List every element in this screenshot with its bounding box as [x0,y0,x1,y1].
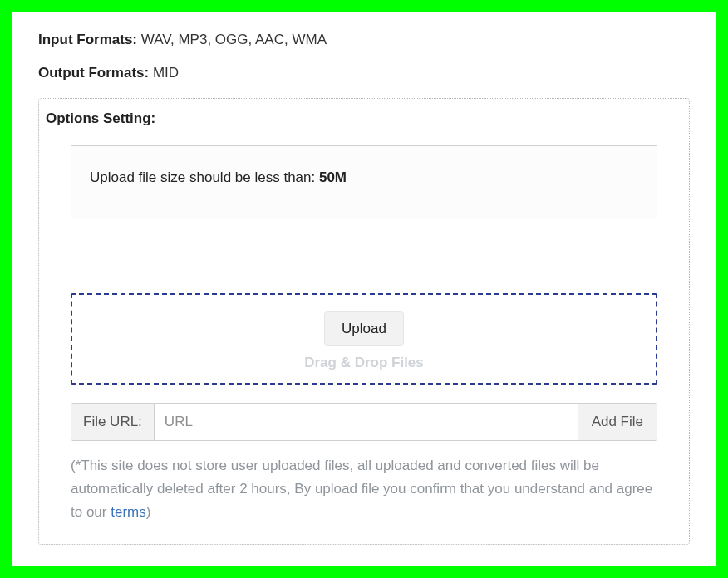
disclaimer-part-a: (*This site does not store user uploaded… [71,458,652,520]
disclaimer-text: (*This site does not store user uploaded… [71,454,657,524]
input-formats-line: Input Formats: WAV, MP3, OGG, AAC, WMA [38,32,690,48]
output-formats-line: Output Formats: MID [38,65,690,81]
input-formats-label: Input Formats: [38,32,137,47]
main-card: Input Formats: WAV, MP3, OGG, AAC, WMA O… [12,12,716,566]
upload-button[interactable]: Upload [324,311,404,346]
options-setting-box: Options Setting: Upload file size should… [38,98,690,545]
file-url-input[interactable] [155,404,578,440]
file-size-limit: 50M [319,169,347,185]
spacer [71,218,657,293]
upload-dropzone[interactable]: Upload Drag & Drop Files [71,293,657,385]
disclaimer-part-b: ) [146,504,151,520]
input-formats-value: WAV, MP3, OGG, AAC, WMA [137,32,327,47]
file-url-row: File URL: Add File [71,403,657,441]
file-url-label: File URL: [71,404,155,440]
terms-link[interactable]: terms [111,504,146,520]
output-formats-label: Output Formats: [38,65,149,81]
drag-drop-hint: Drag & Drop Files [81,355,647,371]
output-formats-value: MID [149,65,179,81]
options-title: Options Setting: [46,110,657,127]
file-size-notice: Upload file size should be less than: 50… [71,145,657,218]
add-file-button[interactable]: Add File [578,404,657,440]
file-size-notice-text: Upload file size should be less than: [90,169,319,185]
